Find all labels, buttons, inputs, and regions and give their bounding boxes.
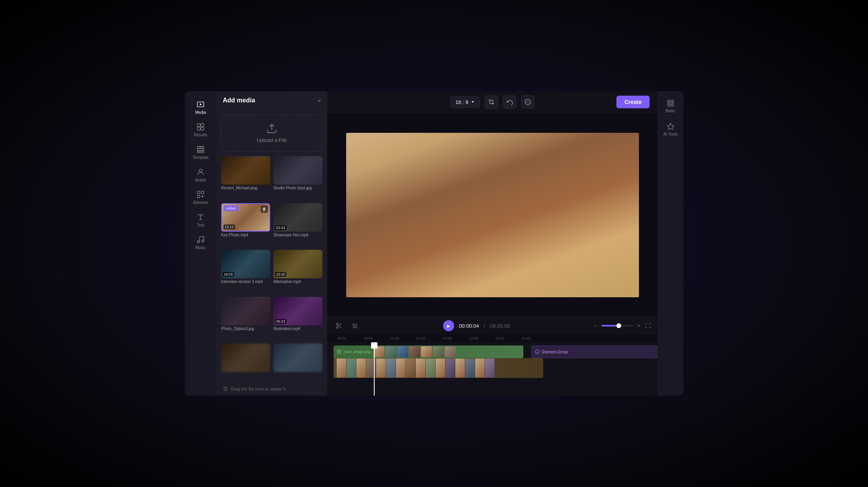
list-item[interactable]: Recent_Michael.png [221,156,270,200]
media-filename: Interview version 3.mp4 [221,279,270,284]
svg-rect-7 [201,146,204,148]
svg-rect-34 [667,100,670,102]
aspect-ratio-button[interactable]: 16 : 9 [450,96,480,108]
svg-point-19 [336,323,338,325]
svg-rect-3 [201,124,204,126]
svg-marker-38 [667,123,674,130]
media-duration: 02:24 [275,225,286,230]
media-panel: Add media « Upload a File Recent_Michael… [216,91,327,396]
right-panel: Basic AI Tools [658,91,683,396]
right-panel-basic-label: Basic [665,109,675,113]
list-item[interactable] [221,344,270,382]
playhead [374,342,375,396]
svg-point-15 [202,240,204,242]
svg-rect-2 [197,124,200,126]
svg-rect-37 [667,105,673,106]
list-item[interactable]: 02:24 Showcase Nov.mp4 [273,203,322,247]
list-item[interactable]: 05:23 Illustration.mp4 [273,297,322,341]
delete-zone: Drag the file here to delete it. [216,382,327,396]
crop-button[interactable] [485,95,498,109]
track-row: Recording 1412.mp3 [334,361,651,383]
current-time: 00:00:04 [459,323,479,329]
media-thumbnail [273,156,322,185]
delete-clip-button[interactable] [349,320,360,331]
svg-rect-6 [197,146,200,148]
scissors-button[interactable] [334,320,345,331]
media-panel-title: Add media [223,97,255,104]
ruler-marks: 00:00 00:50 01:00 01:50 02:00 01:50 02:0… [334,336,531,340]
face-images-clip[interactable]: Face_image.png [334,345,523,358]
play-button[interactable]: ▶ [443,320,454,331]
svg-rect-9 [197,151,204,153]
list-item[interactable]: 16:25 Interview version 3.mp4 [221,250,270,294]
delete-zone-label: Drag the file here to delete it. [231,387,286,391]
media-filename: Recent_Michael.png [221,186,270,190]
track-row: Face_image.png [334,345,651,359]
right-panel-item-ai-tools[interactable]: AI Tools [658,119,683,140]
media-thumbnail: 02:24 [273,203,322,232]
list-item[interactable]: Studio Photo Sept.jpg [273,156,322,200]
video-clip[interactable] [334,358,543,378]
svg-rect-8 [197,149,204,151]
timeline-area: ▶ 00:00:04 / 09:26:00 [327,317,658,396]
media-thumbnail: Added 🗑 12:13 [221,203,270,232]
media-thumbnail [273,344,322,372]
create-button[interactable]: Create [616,96,650,108]
svg-rect-36 [667,102,673,104]
svg-point-10 [199,169,202,172]
upload-area[interactable]: Upload a File [221,115,322,151]
minus-button[interactable] [521,95,534,109]
svg-line-23 [338,325,339,326]
svg-point-14 [197,241,200,243]
media-thumbnail: 10:10 [273,250,322,278]
right-panel-item-basic[interactable]: Basic [658,96,683,116]
element-emoji-clip[interactable]: Element-Emoji [531,345,658,358]
zoom-slider[interactable] [601,325,633,327]
list-item[interactable]: 10:10 Alternative.mp4 [273,250,322,294]
media-filename: Alternative.mp4 [273,279,322,284]
svg-point-20 [336,327,338,328]
media-duration: 12:13 [224,225,235,229]
fullscreen-button[interactable] [645,322,651,330]
svg-rect-12 [201,191,204,194]
preview-image [346,133,639,297]
list-item[interactable]: Added 🗑 12:13 Key Photo.mp4 [221,203,270,247]
media-filename: Illustration.mp4 [273,327,322,331]
sidebar-item-results[interactable]: Results [185,119,216,141]
element-emoji-label: Element-Emoji [542,350,568,354]
app-window: Media Results Template Avatar Element Te… [185,91,683,396]
sidebar-item-avatar[interactable]: Avatar [185,164,216,186]
main-content: 16 : 9 Create [327,91,658,396]
media-duration: 05:23 [275,319,286,324]
media-delete-button[interactable]: 🗑 [261,206,268,213]
added-badge: Added [224,206,238,211]
undo-button[interactable] [503,95,516,109]
media-thumbnail [221,156,270,185]
svg-marker-1 [200,103,202,106]
total-time: / [484,323,485,329]
right-panel-ai-tools-label: AI Tools [663,132,677,136]
sidebar-item-music[interactable]: Music [185,231,216,254]
timeline-tracks: Face_image.png [327,342,658,396]
sidebar-item-template[interactable]: Template [185,141,216,164]
list-item[interactable]: Photo_Option3.jpg [221,297,270,341]
svg-rect-35 [671,100,673,102]
media-filename: Key Photo.mp4 [221,233,270,237]
media-thumbnail: 05:23 [273,297,322,325]
media-thumbnail [221,297,270,325]
sidebar-item-media[interactable]: Media [185,96,216,119]
list-item[interactable] [273,344,322,382]
top-toolbar: 16 : 9 Create [327,91,658,113]
svg-point-28 [338,351,339,352]
media-grid: Recent_Michael.png Studio Photo Sept.jpg… [216,156,327,382]
preview-canvas [346,133,639,297]
total-time-value: 09:26:00 [490,323,510,329]
collapse-button[interactable]: « [318,97,321,104]
sidebar-item-text[interactable]: Text [185,209,216,231]
sidebar: Media Results Template Avatar Element Te… [185,91,216,396]
media-filename: Showcase Nov.mp4 [273,233,322,237]
svg-point-29 [535,350,539,354]
timeline-ruler: 00:00 00:50 01:00 01:50 02:00 01:50 02:0… [327,334,658,342]
sidebar-item-element[interactable]: Element [185,186,216,209]
media-thumbnail [221,344,270,372]
